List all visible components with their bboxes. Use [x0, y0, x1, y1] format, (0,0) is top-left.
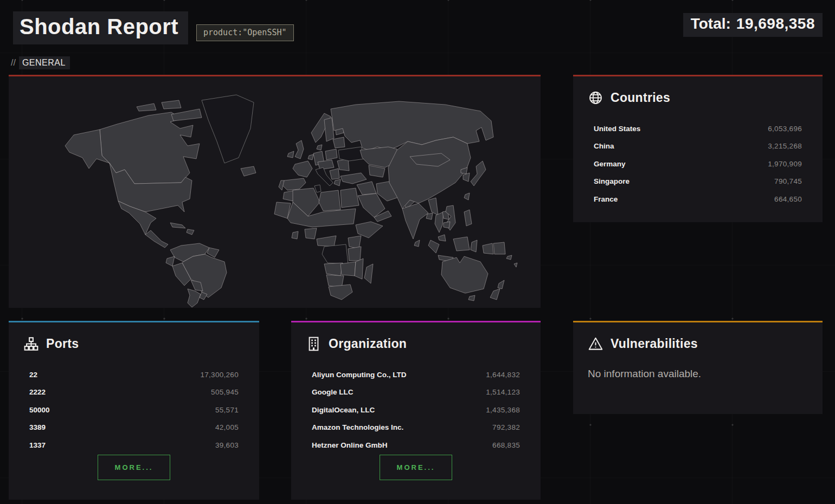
- shodan-report-page: Shodan Report product:"OpenSSH" Total:19…: [0, 0, 835, 504]
- map-region-belarus-baltics: [333, 137, 345, 148]
- country-count: 790,745: [774, 177, 802, 185]
- map-region-iceland: [241, 166, 256, 176]
- map-region-arctic-islands: [137, 104, 156, 111]
- ports-list: 2217,300,260 2222505,945 5000055,571 338…: [29, 366, 239, 454]
- organization-more-button[interactable]: MORE...: [380, 455, 452, 480]
- choropleth-world-map: [9, 76, 541, 308]
- org-count: 792,382: [492, 423, 520, 431]
- map-region-south-korea: [463, 173, 470, 182]
- table-row: Aliyun Computing Co., LTD1,644,832: [312, 366, 520, 384]
- map-region-myanmar: [428, 198, 438, 215]
- map-region-pacific-islands: [506, 255, 512, 260]
- warning-icon: [588, 337, 603, 351]
- page-title: Shodan Report: [13, 11, 188, 44]
- ports-title-text: Ports: [46, 337, 79, 351]
- port-number: 2222: [29, 388, 46, 396]
- org-count: 1,435,368: [486, 406, 520, 414]
- sitemap-icon: [24, 337, 38, 351]
- table-row: 338942,005: [29, 419, 239, 437]
- port-number: 1337: [29, 441, 46, 449]
- port-number: 3389: [29, 423, 46, 431]
- table-row: China3,215,268: [594, 138, 802, 156]
- country-name: Germany: [594, 160, 626, 168]
- map-region-balkans: [330, 169, 339, 179]
- table-row: 2217,300,260: [29, 366, 239, 384]
- country-count: 1,970,909: [768, 160, 802, 168]
- map-region-syria-iraq: [357, 182, 376, 195]
- map-region-malaysia: [438, 235, 446, 241]
- map-region-benelux: [308, 154, 313, 160]
- map-region-horn-of-africa: [356, 222, 383, 238]
- ports-more-button[interactable]: MORE...: [98, 455, 170, 480]
- map-region-spain: [282, 178, 306, 190]
- map-region-new-zealand: [490, 289, 500, 300]
- table-row: United States6,053,696: [594, 120, 802, 138]
- map-region-greece: [334, 179, 341, 186]
- map-region-indonesia: [428, 240, 439, 253]
- map-region-egypt: [341, 188, 359, 208]
- map-region-central-america: [145, 230, 168, 248]
- total-results: Total:19,698,358: [683, 13, 823, 37]
- table-row: Singapore790,745: [594, 173, 802, 191]
- port-count: 17,300,260: [200, 371, 239, 379]
- country-name: France: [594, 195, 618, 203]
- org-count: 1,514,123: [486, 388, 520, 396]
- organization-title-text: Organization: [329, 337, 407, 351]
- table-row: 5000055,571: [29, 401, 239, 419]
- map-region-arctic-islands: [171, 109, 202, 121]
- map-region-saudi-arabia: [358, 193, 385, 217]
- port-number: 50000: [29, 406, 50, 414]
- port-count: 42,005: [215, 423, 239, 431]
- map-region-central-africa: [317, 236, 336, 247]
- org-count: 668,835: [492, 441, 520, 449]
- map-region-ghana: [292, 231, 298, 239]
- org-name: Hetzner Online GmbH: [312, 441, 388, 449]
- table-row: Google LLC1,514,123: [312, 384, 520, 402]
- countries-panel: Countries United States6,053,696 China3,…: [573, 75, 823, 222]
- map-region-taiwan: [464, 193, 470, 200]
- map-region-madagascar: [364, 264, 373, 283]
- table-row: 2222505,945: [29, 384, 239, 402]
- map-region-sri-lanka: [414, 240, 420, 247]
- table-row: Germany1,970,909: [594, 155, 802, 173]
- country-count: 3,215,268: [768, 142, 802, 150]
- map-region-hispaniola: [187, 229, 194, 235]
- table-row: DigitalOcean, LLC1,435,368: [312, 401, 520, 419]
- map-region-greenland: [202, 95, 254, 163]
- map-region-mozambique: [355, 259, 363, 279]
- countries-title-text: Countries: [611, 91, 670, 105]
- map-region-indonesia: [483, 243, 493, 254]
- table-row: France664,650: [594, 190, 802, 208]
- map-region-indonesia: [453, 237, 470, 251]
- map-region-ukraine: [338, 147, 364, 161]
- map-region-ecuador: [166, 256, 175, 266]
- world-map-panel: [9, 75, 541, 308]
- map-region-italy: [316, 167, 333, 186]
- map-region-france: [293, 161, 312, 177]
- port-count: 39,603: [215, 441, 239, 449]
- map-region-arctic-islands: [162, 100, 181, 109]
- map-region-japan: [471, 161, 486, 186]
- map-region-tanzania: [348, 247, 361, 261]
- map-region-png: [493, 242, 505, 254]
- vulnerabilities-panel-title: Vulnerabilities: [588, 337, 698, 351]
- section-heading-general: //GENERAL: [11, 58, 70, 68]
- organization-panel-title: Organization: [306, 337, 407, 351]
- map-region-dr-congo: [322, 244, 348, 264]
- search-query-chip[interactable]: product:"OpenSSH": [196, 24, 294, 41]
- section-heading-text: GENERAL: [19, 56, 70, 69]
- map-region-china: [388, 137, 471, 209]
- map-region-turkey: [341, 173, 367, 184]
- country-name: Singapore: [594, 177, 630, 185]
- map-region-india: [402, 203, 428, 239]
- port-count: 55,571: [215, 406, 239, 414]
- map-region-nigeria: [305, 228, 317, 239]
- map-region-australia: [441, 256, 488, 293]
- country-count: 6,053,696: [768, 125, 802, 133]
- map-region-uk: [295, 140, 304, 159]
- vulnerabilities-panel: Vulnerabilities No information available…: [573, 321, 823, 414]
- table-row: Hetzner Online GmbH668,835: [312, 436, 520, 454]
- map-region-angola: [324, 263, 343, 276]
- map-region-philippines: [464, 210, 472, 226]
- org-name: Google LLC: [312, 388, 354, 396]
